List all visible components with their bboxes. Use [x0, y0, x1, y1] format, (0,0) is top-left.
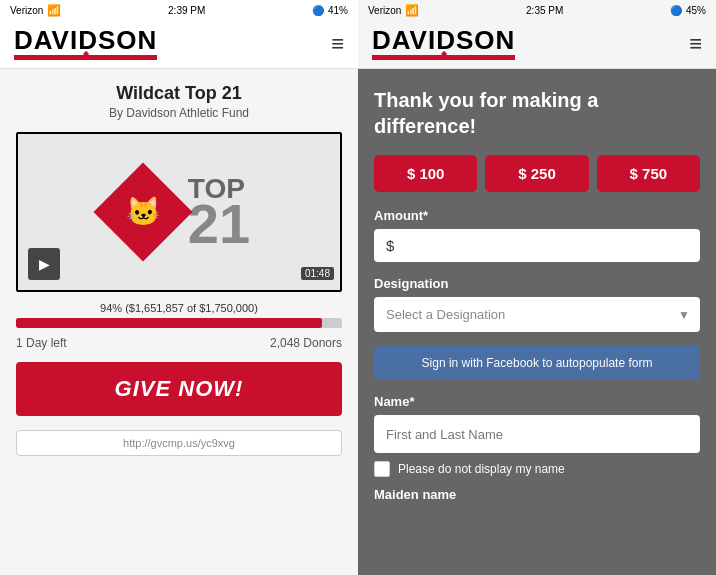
right-bluetooth-icon: 🔵 [670, 5, 682, 16]
give-now-button[interactable]: GIVE NOW! [16, 362, 342, 416]
campaign-subtitle: By Davidson Athletic Fund [16, 106, 342, 120]
campaign-title: Wildcat Top 21 [16, 83, 342, 104]
progress-stats-text: 94% ($1,651,857 of $1,750,000) [16, 302, 342, 314]
left-header: DAVIDSON ≡ [0, 21, 358, 69]
name-input[interactable] [386, 427, 688, 442]
left-logo-bar [14, 55, 157, 60]
progress-bar-background [16, 318, 342, 328]
amount-button-100[interactable]: $ 100 [374, 155, 477, 192]
right-logo-bar [372, 55, 515, 60]
dollar-sign: $ [386, 237, 394, 254]
right-davidson-logo: DAVIDSON [372, 27, 515, 60]
left-time: 2:39 PM [168, 5, 205, 16]
left-hamburger-icon[interactable]: ≡ [331, 31, 344, 57]
progress-bar-fill [16, 318, 322, 328]
progress-section: 94% ($1,651,857 of $1,750,000) [16, 302, 342, 328]
video-background: 🐱 TOP 21 [18, 134, 340, 290]
right-wifi-icon: 📶 [405, 4, 419, 17]
amount-button-750[interactable]: $ 750 [597, 155, 700, 192]
left-panel: Verizon 📶 2:39 PM 🔵 41% DAVIDSON ≡ Wildc… [0, 0, 358, 575]
donors-count: 2,048 Donors [270, 336, 342, 350]
twenty-one-number: 21 [188, 199, 250, 249]
do-not-display-label: Please do not display my name [398, 462, 565, 476]
left-status-bar-right: 🔵 41% [312, 5, 348, 16]
amount-input[interactable] [400, 237, 688, 254]
right-content: Thank you for making a difference! $ 100… [358, 69, 716, 575]
play-button[interactable] [28, 248, 60, 280]
right-hamburger-icon[interactable]: ≡ [689, 31, 702, 57]
thank-you-heading: Thank you for making a difference! [374, 87, 700, 139]
bluetooth-icon: 🔵 [312, 5, 324, 16]
video-duration: 01:48 [301, 267, 334, 280]
right-battery: 45% [686, 5, 706, 16]
top21-text: TOP 21 [188, 175, 250, 249]
designation-select-wrapper: Select a Designation ▼ [374, 297, 700, 332]
wifi-icon: 📶 [47, 4, 61, 17]
days-left: 1 Day left [16, 336, 67, 350]
right-time: 2:35 PM [526, 5, 563, 16]
amount-label: Amount* [374, 208, 700, 223]
name-input-wrapper [374, 415, 700, 453]
amount-input-wrapper: $ [374, 229, 700, 262]
left-status-bar: Verizon 📶 2:39 PM 🔵 41% [0, 0, 358, 21]
share-url-box[interactable]: http://gvcmp.us/yc9xvg [16, 430, 342, 456]
amount-buttons-group: $ 100 $ 250 $ 750 [374, 155, 700, 192]
campaign-meta: 1 Day left 2,048 Donors [16, 336, 342, 350]
amount-button-250[interactable]: $ 250 [485, 155, 588, 192]
video-container[interactable]: 🐱 TOP 21 01:48 [16, 132, 342, 292]
left-status-bar-left: Verizon 📶 [10, 4, 61, 17]
designation-select[interactable]: Select a Designation [374, 297, 700, 332]
left-davidson-logo: DAVIDSON [14, 27, 157, 60]
name-label: Name* [374, 394, 700, 409]
right-status-bar-right: 🔵 45% [670, 5, 706, 16]
right-panel: Verizon 📶 2:35 PM 🔵 45% DAVIDSON ≡ Thank… [358, 0, 716, 575]
left-battery: 41% [328, 5, 348, 16]
right-header: DAVIDSON ≡ [358, 21, 716, 69]
mascot-diamond: 🐱 [93, 163, 192, 262]
do-not-display-row: Please do not display my name [374, 461, 700, 477]
facebook-signin-button[interactable]: Sign in with Facebook to autopopulate fo… [374, 346, 700, 380]
maiden-name-label: Maiden name [374, 487, 700, 502]
right-status-bar: Verizon 📶 2:35 PM 🔵 45% [358, 0, 716, 21]
designation-label: Designation [374, 276, 700, 291]
do-not-display-checkbox[interactable] [374, 461, 390, 477]
mascot-area: 🐱 TOP 21 [18, 134, 340, 290]
right-status-bar-left: Verizon 📶 [368, 4, 419, 17]
left-carrier: Verizon [10, 5, 43, 16]
mascot-face-icon: 🐱 [125, 198, 160, 226]
left-content: Wildcat Top 21 By Davidson Athletic Fund… [0, 69, 358, 575]
right-carrier: Verizon [368, 5, 401, 16]
